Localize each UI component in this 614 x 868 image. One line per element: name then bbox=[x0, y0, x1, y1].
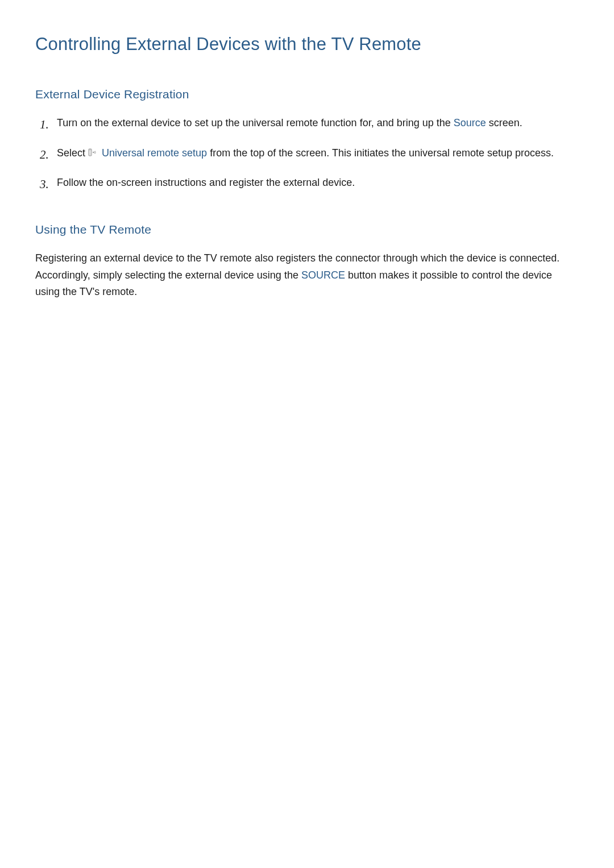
section-heading-using-remote: Using the TV Remote bbox=[35, 223, 579, 236]
step-content: Turn on the external device to set up th… bbox=[53, 115, 579, 132]
step-text-post: screen. bbox=[486, 117, 522, 128]
section-heading-registration: External Device Registration bbox=[35, 88, 579, 101]
source-button-highlight: SOURCE bbox=[301, 269, 345, 281]
step-content: Follow the on-screen instructions and re… bbox=[53, 175, 579, 192]
svg-point-2 bbox=[90, 151, 91, 152]
svg-point-4 bbox=[90, 154, 91, 155]
step-content: Select Universal remote setup from the t… bbox=[53, 145, 579, 162]
source-highlight: Source bbox=[454, 117, 486, 128]
list-item: 1. Turn on the external device to set up… bbox=[35, 115, 579, 135]
svg-point-3 bbox=[90, 153, 91, 154]
step-number: 1. bbox=[35, 115, 53, 135]
step-text-pre: Select bbox=[57, 147, 88, 159]
using-remote-paragraph: Registering an external device to the TV… bbox=[35, 250, 579, 301]
remote-icon bbox=[88, 145, 98, 162]
page-title: Controlling External Devices with the TV… bbox=[35, 34, 579, 55]
step-text-post: from the top of the screen. This initiat… bbox=[207, 147, 554, 159]
svg-rect-1 bbox=[89, 150, 91, 151]
step-text-pre: Turn on the external device to set up th… bbox=[57, 117, 454, 128]
list-item: 2. Select Universal remote setup from th… bbox=[35, 145, 579, 165]
universal-remote-highlight: Universal remote setup bbox=[102, 147, 207, 159]
registration-steps-list: 1. Turn on the external device to set up… bbox=[35, 115, 579, 194]
list-item: 3. Follow the on-screen instructions and… bbox=[35, 175, 579, 194]
step-number: 2. bbox=[35, 145, 53, 165]
step-number: 3. bbox=[35, 175, 53, 194]
